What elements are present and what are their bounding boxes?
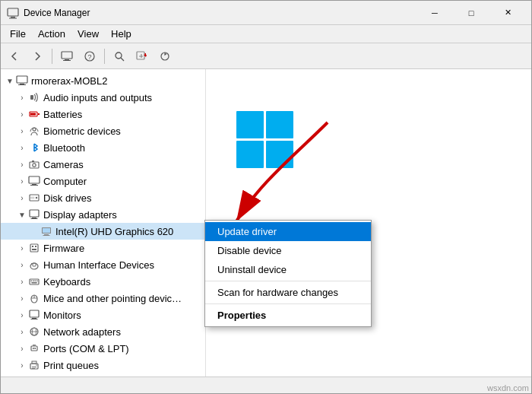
- expander-keyboards[interactable]: ›: [16, 275, 28, 288]
- tree-item-display[interactable]: ▼ Display adapters: [1, 206, 205, 223]
- toolbar-refresh[interactable]: [154, 46, 176, 66]
- ctx-sep1: [205, 281, 371, 281]
- window-title: Device Manager: [24, 8, 413, 18]
- expander-batteries[interactable]: ›: [16, 108, 28, 120]
- svg-rect-13: [20, 84, 24, 84]
- tree-item-intel[interactable]: Intel(R) UHD Graphics 620: [1, 223, 205, 240]
- expander-network[interactable]: ›: [16, 326, 28, 338]
- expander-display[interactable]: ▼: [16, 208, 28, 221]
- icon-hid: [28, 259, 40, 271]
- tree-item-computer[interactable]: › Computer: [1, 173, 205, 189]
- expander-monitors[interactable]: ›: [16, 309, 28, 321]
- ctx-update-driver[interactable]: Update driver: [205, 222, 371, 241]
- svg-rect-44: [31, 281, 33, 282]
- tree-item-diskdrives[interactable]: › Disk drives: [1, 189, 205, 206]
- ctx-sep2: [205, 303, 371, 304]
- svg-point-21: [33, 164, 36, 167]
- svg-rect-48: [32, 282, 37, 284]
- svg-rect-39: [32, 249, 36, 250]
- expander-hid[interactable]: ›: [16, 259, 28, 271]
- svg-rect-45: [33, 281, 34, 282]
- toolbar-back[interactable]: [4, 46, 25, 66]
- tree-item-biometric[interactable]: › Biometric devices: [1, 122, 205, 139]
- icon-computer: [28, 175, 40, 187]
- expander-print[interactable]: ›: [16, 359, 28, 371]
- svg-rect-2: [9, 17, 17, 18]
- expander-mice[interactable]: ›: [16, 292, 28, 304]
- toolbar-sep1: [52, 49, 52, 64]
- tree-item-firmware[interactable]: › Firmware: [1, 240, 205, 256]
- svg-line-9: [121, 58, 124, 61]
- maximize-button[interactable]: □: [454, 4, 489, 22]
- expander-ports[interactable]: ›: [16, 342, 28, 354]
- tree-item-print[interactable]: › Print queues: [1, 357, 205, 373]
- icon-keyboards: [28, 275, 40, 288]
- expander-biometric[interactable]: ›: [16, 125, 28, 137]
- toolbar: ?: [1, 43, 531, 69]
- toolbar-scan[interactable]: [131, 46, 153, 66]
- svg-rect-54: [31, 319, 38, 319]
- win-logo-blue4: [266, 141, 293, 168]
- ctx-scan-hardware[interactable]: Scan for hardware changes: [205, 283, 371, 302]
- tree-item-keyboards[interactable]: › Keyboards: [1, 273, 205, 290]
- label-bluetooth: Bluetooth: [43, 142, 85, 154]
- title-bar: Device Manager ─ □ ✕: [1, 1, 531, 25]
- menu-view[interactable]: View: [71, 27, 105, 41]
- tree-item-audio[interactable]: › Audio inputs and outputs: [1, 89, 205, 106]
- menu-help[interactable]: Help: [105, 27, 138, 41]
- icon-ports: [28, 342, 40, 354]
- tree-item-cameras[interactable]: › Cameras: [1, 156, 205, 173]
- svg-rect-52: [30, 310, 39, 317]
- label-mice: Mice and other pointing devic…: [43, 293, 182, 304]
- context-menu: Update driver Disable device Uninstall d…: [204, 220, 372, 327]
- menu-file[interactable]: File: [4, 27, 32, 41]
- minimize-button[interactable]: ─: [417, 4, 452, 22]
- svg-rect-25: [30, 185, 38, 186]
- svg-rect-28: [30, 197, 34, 199]
- tree-item-root[interactable]: ▼ rmorerax-MOBL2: [1, 72, 205, 89]
- svg-rect-60: [35, 348, 36, 349]
- device-tree[interactable]: ▼ rmorerax-MOBL2 › Audio inputs and outp…: [1, 69, 206, 377]
- icon-print: [28, 359, 40, 371]
- icon-monitors: [28, 309, 40, 321]
- tree-item-mice[interactable]: › Mice and other pointing devic…: [1, 290, 205, 307]
- label-hid: Human Interface Devices: [43, 259, 154, 271]
- svg-rect-4: [65, 59, 69, 60]
- svg-rect-47: [36, 281, 38, 282]
- menu-action[interactable]: Action: [32, 27, 71, 41]
- svg-rect-64: [32, 367, 36, 367]
- label-monitors: Monitors: [43, 310, 81, 321]
- tree-item-bluetooth[interactable]: › Bluetooth: [1, 139, 205, 156]
- toolbar-help[interactable]: ?: [79, 46, 100, 66]
- label-print: Print queues: [43, 360, 99, 371]
- label-intel: Intel(R) UHD Graphics 620: [55, 226, 173, 237]
- tree-item-hid[interactable]: › Human Interface Devices: [1, 256, 205, 273]
- expander-diskdrives[interactable]: ›: [16, 192, 28, 204]
- toolbar-computer[interactable]: [56, 46, 78, 66]
- toolbar-sep2: [104, 49, 105, 64]
- expander-cameras[interactable]: ›: [16, 158, 28, 170]
- expander-firmware[interactable]: ›: [16, 242, 28, 254]
- tree-item-ports[interactable]: › Ports (COM & LPT): [1, 340, 205, 357]
- ctx-uninstall-device[interactable]: Uninstall device: [205, 260, 371, 279]
- expander-computer[interactable]: ›: [16, 175, 28, 187]
- svg-rect-12: [17, 76, 27, 83]
- toolbar-search[interactable]: [109, 46, 130, 66]
- label-biometric: Biometric devices: [43, 126, 121, 137]
- ctx-disable-device[interactable]: Disable device: [205, 241, 371, 260]
- tree-item-batteries[interactable]: › Batteries: [1, 106, 205, 122]
- tree-item-network[interactable]: › Network adapters: [1, 323, 205, 340]
- label-batteries: Batteries: [43, 109, 82, 120]
- icon-display: [28, 208, 40, 221]
- menu-bar: File Action View Help: [1, 25, 531, 43]
- expander-audio[interactable]: ›: [16, 91, 28, 103]
- expander-root[interactable]: ▼: [4, 75, 16, 87]
- svg-rect-17: [30, 113, 36, 116]
- close-button[interactable]: ✕: [490, 4, 525, 22]
- tree-item-monitors[interactable]: › Monitors: [1, 307, 205, 323]
- toolbar-forward[interactable]: [27, 46, 48, 66]
- svg-rect-37: [32, 246, 33, 247]
- expander-bluetooth[interactable]: ›: [16, 141, 28, 154]
- ctx-properties[interactable]: Properties: [205, 306, 371, 325]
- svg-rect-10: [137, 52, 144, 59]
